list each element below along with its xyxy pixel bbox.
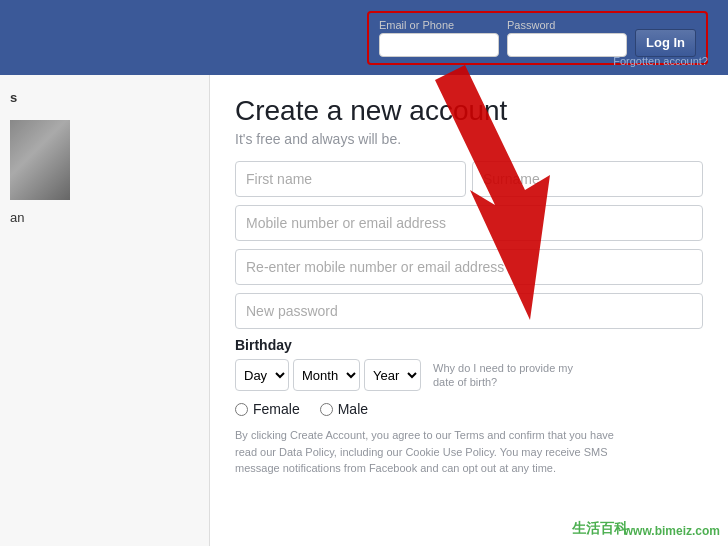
facebook-header: Email or Phone Password Log In Forgotten…	[0, 0, 728, 75]
mobile-reenter-input[interactable]	[235, 249, 703, 285]
registration-form-area: Create a new account It's free and alway…	[210, 75, 728, 546]
name-row	[235, 161, 703, 197]
mobile-row	[235, 205, 703, 241]
form-title: Create a new account	[235, 95, 703, 127]
email-input[interactable]	[379, 33, 499, 57]
sidebar-username: an	[0, 210, 209, 225]
gender-female-radio[interactable]	[235, 403, 248, 416]
password-field-group: Password	[507, 19, 627, 57]
sidebar-nav-label: s	[0, 75, 209, 110]
mobile-input[interactable]	[235, 205, 703, 241]
last-name-input[interactable]	[472, 161, 703, 197]
gender-male-radio[interactable]	[320, 403, 333, 416]
month-select[interactable]: Month	[293, 359, 360, 391]
login-button[interactable]: Log In	[635, 29, 696, 57]
birthday-label: Birthday	[235, 337, 703, 353]
email-label: Email or Phone	[379, 19, 499, 31]
password-row	[235, 293, 703, 329]
birthday-row: Day Month Year Why do I need to provide …	[235, 359, 703, 391]
first-name-input[interactable]	[235, 161, 466, 197]
watermark-chinese: 生活百科	[572, 520, 628, 538]
mobile-reenter-row	[235, 249, 703, 285]
email-field-group: Email or Phone	[379, 19, 499, 57]
birthday-why: Why do I need to provide my date of birt…	[433, 361, 573, 390]
birthday-section: Birthday Day Month Year Why do I need to…	[235, 337, 703, 391]
forgotten-link[interactable]: Forgotten account?	[613, 55, 708, 67]
avatar-image	[10, 120, 70, 200]
new-password-input[interactable]	[235, 293, 703, 329]
form-subtitle: It's free and always will be.	[235, 131, 703, 147]
password-label: Password	[507, 19, 627, 31]
gender-female-label: Female	[253, 401, 300, 417]
terms-text: By clicking Create Account, you agree to…	[235, 427, 615, 477]
password-input[interactable]	[507, 33, 627, 57]
gender-male-label: Male	[338, 401, 368, 417]
year-select[interactable]: Year	[364, 359, 421, 391]
sidebar: s an	[0, 75, 210, 546]
gender-row: Female Male	[235, 401, 703, 417]
day-select[interactable]: Day	[235, 359, 289, 391]
sidebar-avatar	[10, 120, 70, 200]
gender-female-option[interactable]: Female	[235, 401, 300, 417]
watermark-url: www.bimeiz.com	[624, 524, 720, 538]
gender-male-option[interactable]: Male	[320, 401, 368, 417]
main-content: s an Create a new account It's free and …	[0, 75, 728, 546]
